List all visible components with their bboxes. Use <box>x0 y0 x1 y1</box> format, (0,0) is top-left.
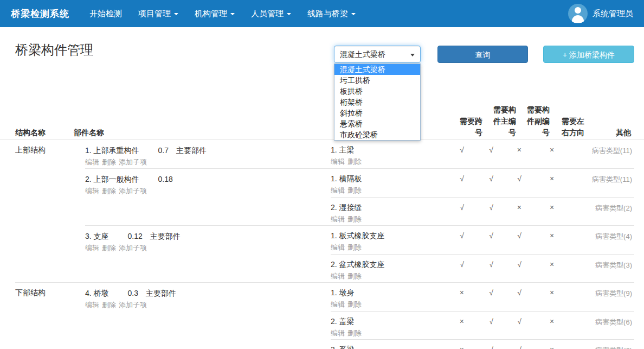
flag-direction: × <box>550 198 584 225</box>
disease-type-link[interactable]: 病害类型(6) <box>584 340 634 349</box>
subcomponent-name: 2. 盆式橡胶支座 <box>331 260 428 270</box>
subcomponent-name: 1. 墩身 <box>331 288 428 298</box>
edit-link[interactable]: 编辑 <box>331 215 345 223</box>
structure-name-cell: 上部结构 <box>15 140 74 282</box>
flag-span-number: × <box>428 312 482 339</box>
structure-name-cell: 下部结构 <box>15 283 74 349</box>
edit-link[interactable]: 编辑 <box>331 157 345 166</box>
edit-link[interactable]: 编辑 <box>331 300 345 308</box>
subcomponent-row: 3. 系梁编辑删除×√√×病害类型(6) <box>331 339 634 349</box>
bridge-type-dropdown: 混凝土式梁桥圬工拱桥板拱桥桁架桥斜拉桥悬索桥市政砼梁桥 <box>334 64 421 141</box>
subcomponent-name: 1. 横隔板 <box>331 174 428 184</box>
part-main-tag: 主要部件 <box>176 146 207 155</box>
delete-link[interactable]: 删除 <box>102 187 116 195</box>
disease-type-link[interactable]: 病害类型(11) <box>584 140 634 168</box>
flag-main-number: √ <box>482 140 516 168</box>
subcomponent-row: 2. 湿接缝编辑删除√√××病害类型(2) <box>331 197 634 225</box>
bridge-type-option[interactable]: 圬工拱桥 <box>334 75 420 86</box>
query-button[interactable]: 查询 <box>437 46 528 63</box>
flag-direction: × <box>550 140 584 168</box>
delete-link[interactable]: 删除 <box>102 301 116 309</box>
delete-link[interactable]: 删除 <box>347 272 362 280</box>
edit-link[interactable]: 编辑 <box>331 186 345 194</box>
part-name: 4. 桥墩 <box>85 289 109 297</box>
components-table: 上部结构1. 上部承重构件0.7主要部件编辑删除添加子项1. 主梁编辑删除√√×… <box>0 140 644 349</box>
current-user-label: 系统管理员 <box>593 9 633 19</box>
disease-type-link[interactable]: 病害类型(6) <box>584 312 634 339</box>
subcomponent-row: 1. 横隔板编辑删除√√√×病害类型(11) <box>331 169 634 197</box>
bridge-type-selected-value: 混凝土式梁桥 <box>340 50 385 59</box>
add-bridge-component-button[interactable]: + 添加桥梁构件 <box>543 46 634 63</box>
delete-link[interactable]: 删除 <box>102 244 116 252</box>
delete-link[interactable]: 删除 <box>347 329 362 337</box>
nav-item-2[interactable]: 机构管理 <box>186 0 243 27</box>
add-child-link[interactable]: 添加子项 <box>119 244 147 252</box>
edit-link[interactable]: 编辑 <box>85 187 99 195</box>
header-structure-name: 结构名称 <box>15 127 74 138</box>
flag-sub-number: √ <box>516 255 550 282</box>
nav-item-0[interactable]: 开始检测 <box>81 0 130 27</box>
part-info-cell: 1. 上部承重构件0.7主要部件编辑删除添加子项 <box>85 140 331 168</box>
flag-main-number: √ <box>482 169 516 197</box>
page-toolbar: 桥梁构件管理 混凝土式梁桥 混凝土式梁桥圬工拱桥板拱桥桁架桥斜拉桥悬索桥市政砼梁… <box>0 41 644 63</box>
subcomponent-row: 1. 板式橡胶支座编辑删除√√√×病害类型(4) <box>331 226 634 254</box>
flag-span-number: √ <box>428 169 482 197</box>
flag-main-number: √ <box>482 340 516 349</box>
subcomponent-name: 2. 湿接缝 <box>331 203 428 213</box>
part-row: 4. 桥墩0.3主要部件编辑删除添加子项1. 墩身编辑删除×√√×病害类型(9)… <box>85 283 634 349</box>
edit-link[interactable]: 编辑 <box>85 301 99 309</box>
top-navbar: 桥梁检测系统 开始检测项目管理机构管理人员管理线路与桥梁 系统管理员 <box>0 0 644 27</box>
flag-sub-number: √ <box>516 226 550 254</box>
bridge-type-option[interactable]: 混凝土式梁桥 <box>334 64 420 75</box>
nav-item-4[interactable]: 线路与桥梁 <box>299 0 364 27</box>
subcomponent-row: 2. 盖梁编辑删除×√√×病害类型(6) <box>331 311 634 339</box>
bridge-type-option[interactable]: 悬索桥 <box>334 118 420 129</box>
flag-span-number: √ <box>428 198 482 225</box>
flag-direction: × <box>550 283 584 311</box>
flag-main-number: √ <box>482 312 516 339</box>
part-info-cell: 4. 桥墩0.3主要部件编辑删除添加子项 <box>85 283 331 349</box>
delete-link[interactable]: 删除 <box>347 243 362 251</box>
add-child-link[interactable]: 添加子项 <box>119 187 147 195</box>
delete-link[interactable]: 删除 <box>347 186 362 194</box>
edit-link[interactable]: 编辑 <box>331 243 345 251</box>
bridge-type-option[interactable]: 板拱桥 <box>334 86 420 97</box>
edit-link[interactable]: 编辑 <box>85 158 99 166</box>
bridge-type-select[interactable]: 混凝土式梁桥 <box>334 46 421 63</box>
chevron-down-icon <box>287 13 291 15</box>
disease-type-link[interactable]: 病害类型(3) <box>584 255 634 282</box>
part-name: 2. 上部一般构件 <box>85 175 139 183</box>
part-main-tag: 主要部件 <box>146 289 176 297</box>
bridge-type-option[interactable]: 市政砼梁桥 <box>334 129 420 140</box>
header-direction: 需要左右方向 <box>550 116 584 138</box>
disease-type-link[interactable]: 病害类型(11) <box>584 169 634 197</box>
main-menu: 开始检测项目管理机构管理人员管理线路与桥梁 <box>81 0 364 27</box>
part-row: 3. 支座0.12主要部件编辑删除添加子项1. 板式橡胶支座编辑删除√√√×病害… <box>85 225 634 282</box>
delete-link[interactable]: 删除 <box>347 157 362 166</box>
delete-link[interactable]: 删除 <box>347 215 362 223</box>
edit-link[interactable]: 编辑 <box>331 329 345 337</box>
bridge-type-option[interactable]: 斜拉桥 <box>334 107 420 118</box>
app-brand[interactable]: 桥梁检测系统 <box>11 8 69 20</box>
edit-link[interactable]: 编辑 <box>85 244 99 252</box>
subcomponent-row: 2. 盆式橡胶支座编辑删除√√√×病害类型(3) <box>331 254 634 282</box>
header-other: 其他 <box>584 127 634 138</box>
disease-type-link[interactable]: 病害类型(2) <box>584 198 634 225</box>
flag-main-number: √ <box>482 255 516 282</box>
avatar[interactable] <box>568 4 588 23</box>
add-child-link[interactable]: 添加子项 <box>119 158 147 166</box>
nav-item-1[interactable]: 项目管理 <box>130 0 186 27</box>
part-row: 1. 上部承重构件0.7主要部件编辑删除添加子项1. 主梁编辑删除√√××病害类… <box>85 140 634 168</box>
flag-sub-number: √ <box>516 169 550 197</box>
delete-link[interactable]: 删除 <box>102 158 116 166</box>
header-span-number: 需要跨号 <box>428 116 482 138</box>
add-child-link[interactable]: 添加子项 <box>119 301 147 309</box>
bridge-type-option[interactable]: 桁架桥 <box>334 97 420 107</box>
table-section: 上部结构1. 上部承重构件0.7主要部件编辑删除添加子项1. 主梁编辑删除√√×… <box>15 140 634 282</box>
disease-type-link[interactable]: 病害类型(9) <box>584 283 634 311</box>
header-sub-number: 需要构件副编号 <box>516 104 550 138</box>
disease-type-link[interactable]: 病害类型(4) <box>584 226 634 254</box>
delete-link[interactable]: 删除 <box>347 300 362 308</box>
nav-item-3[interactable]: 人员管理 <box>243 0 299 27</box>
edit-link[interactable]: 编辑 <box>331 272 345 280</box>
